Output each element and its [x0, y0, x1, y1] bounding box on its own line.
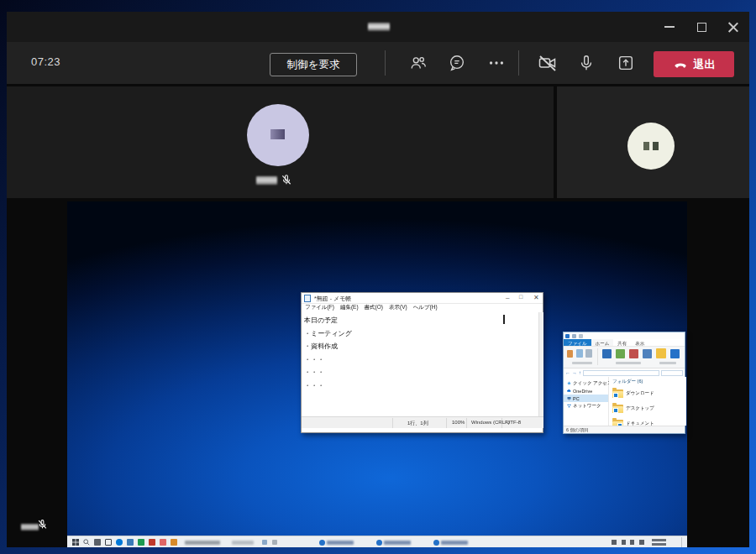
notepad-title: *無題 - メモ帳 [314, 295, 351, 303]
properties-icon[interactable] [670, 349, 680, 358]
taskbar-window-button[interactable] [376, 538, 411, 546]
app-icon [376, 540, 382, 546]
rename-icon[interactable] [643, 349, 652, 358]
participants-button[interactable] [405, 50, 432, 76]
maximize-button[interactable] [685, 12, 718, 42]
explorer-titlebar[interactable] [564, 332, 685, 339]
file-explorer-window[interactable]: ファイル ホーム 共有 表示 [563, 332, 685, 434]
notepad-statusbar: 1行、1列 100% Windows (CRLF) UTF-8 [302, 416, 543, 428]
quick-access-toolbar-icon[interactable] [579, 334, 583, 338]
minimize-button[interactable] [653, 12, 686, 42]
start-icon[interactable] [72, 539, 79, 546]
back-icon[interactable]: ← [565, 370, 570, 375]
shared-taskbar[interactable] [67, 536, 687, 547]
window-label-redacted [384, 541, 411, 545]
menu-edit[interactable]: 編集(E) [340, 304, 359, 312]
camera-off-icon [538, 53, 558, 73]
forward-icon[interactable]: → [572, 370, 577, 375]
menu-file[interactable]: ファイル(F) [305, 304, 334, 312]
tray-volume-icon[interactable] [630, 540, 634, 545]
zoom-level: 100% [452, 420, 465, 425]
task-view-icon[interactable] [105, 539, 112, 546]
taskbar-window-button[interactable] [319, 538, 354, 546]
notepad-line: ・・・ [304, 379, 538, 393]
pinned-app-pink-icon[interactable] [160, 539, 166, 546]
paste-icon[interactable] [585, 349, 592, 358]
notepad-menubar: ファイル(F) 編集(E) 書式(O) 表示(V) ヘルプ(H) [302, 304, 543, 312]
shared-screen[interactable]: *無題 - メモ帳 – □ ✕ ファイル(F) 編集(E) 書式(O) 表示(V… [67, 201, 687, 547]
tray-app-icon[interactable] [262, 540, 267, 545]
folder-item-desktop[interactable]: デスクトップ [612, 400, 686, 416]
edge-icon[interactable] [116, 539, 123, 546]
notepad-titlebar[interactable]: *無題 - メモ帳 – □ ✕ [302, 293, 543, 304]
nav-quick-access[interactable]: クイック アクセス [564, 379, 608, 387]
taskbar-text-redacted [185, 541, 220, 545]
camera-toggle-button[interactable] [534, 50, 561, 76]
tray-app-icon[interactable] [272, 540, 277, 545]
folder-group-header[interactable]: フォルダー (6) [612, 379, 686, 384]
window-title-redacted [368, 23, 390, 31]
delete-icon[interactable] [629, 349, 638, 358]
ribbon-group-label-redacted [572, 362, 592, 364]
tab-share[interactable]: 共有 [613, 339, 631, 346]
new-folder-icon[interactable] [656, 348, 666, 358]
people-taskbar-icon[interactable] [94, 539, 101, 546]
notepad-text-area[interactable]: 本日の予定 ・ミーティング ・資料作成 ・・・ ・・・ ・・・ [302, 312, 538, 416]
tab-home[interactable]: ホーム [591, 339, 614, 346]
tray-network-icon[interactable] [622, 540, 626, 545]
request-control-button[interactable]: 制御を要求 [270, 53, 357, 76]
pinned-app-icon[interactable] [127, 539, 134, 546]
menu-view[interactable]: 表示(V) [389, 304, 407, 312]
notepad-window[interactable]: *無題 - メモ帳 – □ ✕ ファイル(F) 編集(E) 書式(O) 表示(V… [301, 292, 543, 433]
notepad-close-icon[interactable]: ✕ [533, 294, 539, 301]
taskbar-window-button[interactable] [433, 538, 468, 546]
tab-view[interactable]: 表示 [631, 339, 648, 346]
toolbar-divider [385, 50, 386, 76]
participant-tile-self[interactable] [557, 86, 749, 198]
pin-icon[interactable] [567, 350, 573, 358]
pinned-app-red-icon[interactable] [149, 539, 155, 546]
ellipsis-icon [487, 54, 506, 72]
participant-tile-remote[interactable] [7, 86, 554, 198]
share-button[interactable] [612, 50, 639, 76]
tab-file[interactable]: ファイル [564, 339, 591, 346]
show-desktop-button[interactable] [681, 537, 682, 547]
close-button[interactable] [717, 12, 750, 42]
menu-help[interactable]: ヘルプ(H) [413, 304, 438, 312]
nav-network[interactable]: ネットワーク [564, 402, 608, 410]
copy-to-icon[interactable] [616, 349, 625, 358]
chat-icon [448, 54, 466, 72]
muted-indicator [281, 174, 292, 186]
folder-item-downloads[interactable]: ダウンロード [612, 385, 686, 400]
tray-ime-icon[interactable] [639, 540, 644, 545]
menu-format[interactable]: 書式(O) [365, 304, 383, 312]
hang-up-icon [673, 57, 688, 72]
tray-chevron-icon[interactable] [612, 540, 617, 545]
window-titlebar[interactable] [7, 12, 749, 42]
chat-button[interactable] [444, 50, 470, 76]
up-icon[interactable]: ↑ [579, 370, 581, 375]
notepad-scrollbar[interactable] [538, 312, 543, 416]
ribbon-group-label-redacted [659, 362, 676, 364]
explorer-app-icon [565, 334, 570, 338]
nav-pc[interactable]: PC [564, 395, 608, 402]
pinned-app-orange-icon[interactable] [171, 539, 177, 546]
pinned-app-green-icon[interactable] [138, 539, 144, 546]
folder-icon [612, 389, 623, 398]
avatar-initials-redacted [653, 142, 659, 150]
notepad-minimize-icon[interactable]: – [506, 294, 509, 301]
quick-access-toolbar-icon[interactable] [572, 334, 576, 338]
address-bar[interactable] [583, 370, 659, 376]
leave-button[interactable]: 退出 [654, 51, 734, 77]
tray-clock[interactable] [652, 539, 666, 546]
copy-icon[interactable] [576, 349, 583, 358]
mic-toggle-button[interactable] [573, 50, 600, 76]
folder-list: フォルダー (6) ダウンロード デスクトップ ドキュメント [609, 377, 686, 426]
notepad-maximize-icon[interactable]: □ [519, 294, 522, 300]
search-icon[interactable] [83, 539, 90, 546]
more-options-button[interactable] [483, 50, 510, 76]
search-box[interactable] [661, 370, 683, 376]
nav-onedrive[interactable]: OneDrive [564, 387, 608, 395]
cursor-position: 1行、1列 [407, 420, 428, 427]
move-to-icon[interactable] [602, 349, 612, 358]
